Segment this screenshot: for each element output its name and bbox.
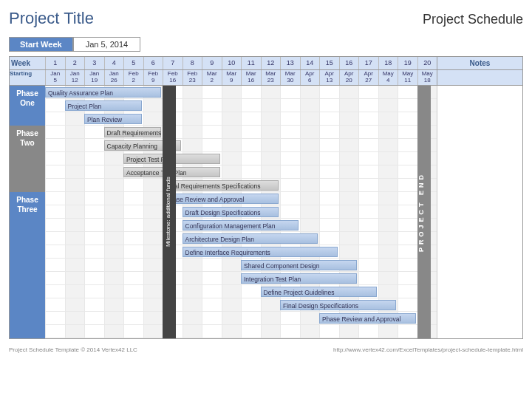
col-notes-label: Notes xyxy=(437,57,522,69)
gantt-bar[interactable]: Configuration Management Plan xyxy=(183,220,299,230)
week-date: Mar2 xyxy=(202,70,222,85)
task-row: Capacity Planning xyxy=(45,139,437,152)
week-date: Feb23 xyxy=(183,70,202,85)
phase-label: Phase Three xyxy=(10,192,45,338)
task-row: Project Test Plan xyxy=(45,152,437,165)
week-date: Apr27 xyxy=(358,70,378,85)
task-row: Phase Review and Approval xyxy=(45,312,437,325)
task-row: Define Project Guidelines xyxy=(45,285,437,298)
week-num: 17 xyxy=(358,57,378,69)
gantt-bar[interactable]: Final Design Specifications xyxy=(280,300,396,310)
week-date: May18 xyxy=(417,70,437,85)
startweek-input[interactable]: Jan 5, 2014 xyxy=(73,37,141,52)
week-num: 9 xyxy=(202,57,222,69)
week-date: May11 xyxy=(398,70,417,85)
footer-copyright: Project Schedule Template © 2014 Vertex4… xyxy=(9,346,137,353)
gantt-bar[interactable]: Project Plan xyxy=(65,100,142,111)
phase-label: Phase Two xyxy=(10,126,45,192)
task-row: Draft Requirements xyxy=(45,126,437,139)
gantt-bar[interactable]: Quality Assurance Plan xyxy=(45,87,161,98)
week-num: 13 xyxy=(280,57,300,69)
week-date: Mar30 xyxy=(280,70,300,85)
task-row: Final Requirements Specifications xyxy=(45,179,437,192)
task-row: Define Interface Requirements xyxy=(45,245,437,259)
week-date: Mar9 xyxy=(222,70,242,85)
gantt-bar[interactable]: Draft Requirements xyxy=(104,127,162,137)
week-date: Apr6 xyxy=(300,70,320,85)
week-date: Jan5 xyxy=(45,70,65,85)
gantt-bar[interactable]: Phase Review and Approval xyxy=(163,194,279,204)
week-num: 3 xyxy=(84,57,104,69)
task-row: Quality Assurance Plan xyxy=(45,86,437,99)
week-num: 10 xyxy=(222,57,242,69)
week-date: Feb2 xyxy=(123,70,143,85)
week-num: 1 xyxy=(45,57,65,69)
week-num: 11 xyxy=(241,57,261,69)
task-row: Configuration Management Plan xyxy=(45,219,437,232)
task-row: Plan Review xyxy=(45,112,437,126)
col-week-label: Week xyxy=(10,57,45,69)
week-num: 5 xyxy=(123,57,143,69)
week-date: Mar16 xyxy=(241,70,261,85)
gantt-bar[interactable]: Integration Test Plan xyxy=(241,273,357,284)
project-end-bar: PROJECT END xyxy=(417,86,431,338)
gantt-bar[interactable]: Draft Design Specifications xyxy=(183,207,279,217)
gantt-bar[interactable]: Plan Review xyxy=(84,114,142,124)
page-title: Project Title xyxy=(9,9,94,28)
week-date: Jan12 xyxy=(65,70,85,85)
week-num: 18 xyxy=(378,57,398,69)
week-num: 4 xyxy=(104,57,124,69)
week-num: 20 xyxy=(417,57,437,69)
week-num: 19 xyxy=(398,57,417,69)
week-date: Feb16 xyxy=(163,70,183,85)
week-num: 6 xyxy=(143,57,163,69)
week-num: 14 xyxy=(300,57,320,69)
schedule-grid: Week 1234567891011121314151617181920 Not… xyxy=(9,56,523,339)
week-num: 8 xyxy=(183,57,202,69)
week-date: May4 xyxy=(378,70,398,85)
week-num: 7 xyxy=(163,57,183,69)
week-date: Feb9 xyxy=(143,70,163,85)
gantt-bar[interactable]: Phase Review and Approval xyxy=(319,313,416,324)
week-date: Jan19 xyxy=(84,70,104,85)
task-row: Shared Component Design xyxy=(45,259,437,272)
phase-label: Phase One xyxy=(10,86,45,126)
gantt-bar[interactable]: Define Interface Requirements xyxy=(183,247,338,257)
task-row: Draft Design Specifications xyxy=(45,205,437,219)
week-date: Mar23 xyxy=(261,70,281,85)
task-row: Acceptance Test Plan xyxy=(45,165,437,179)
gantt-bar[interactable]: Final Requirements Specifications xyxy=(163,180,279,191)
page-subtitle: Project Schedule xyxy=(423,12,523,27)
notes-column[interactable] xyxy=(437,86,522,338)
gantt-bar[interactable]: Shared Component Design xyxy=(241,260,357,270)
week-date: Jan26 xyxy=(104,70,124,85)
week-date: Apr20 xyxy=(339,70,359,85)
task-row: Architecture Design Plan xyxy=(45,232,437,245)
startweek-label: Start Week xyxy=(9,37,73,52)
task-row: Integration Test Plan xyxy=(45,272,437,285)
task-row: Phase Review and Approval xyxy=(45,192,437,205)
col-starting-label: Starting xyxy=(10,70,45,85)
week-num: 15 xyxy=(319,57,339,69)
gantt-bar[interactable]: Architecture Design Plan xyxy=(183,233,318,244)
footer-link[interactable]: http://www.vertex42.com/ExcelTemplates/p… xyxy=(333,346,523,353)
week-date: Apr13 xyxy=(319,70,339,85)
week-num: 16 xyxy=(339,57,359,69)
week-num: 12 xyxy=(261,57,281,69)
gantt-bar[interactable]: Define Project Guidelines xyxy=(261,287,377,297)
task-row: Final Design Specifications xyxy=(45,298,437,312)
milestone-bar: Milestone: additional funds xyxy=(163,86,176,338)
task-row: Project Plan xyxy=(45,99,437,112)
week-num: 2 xyxy=(65,57,85,69)
